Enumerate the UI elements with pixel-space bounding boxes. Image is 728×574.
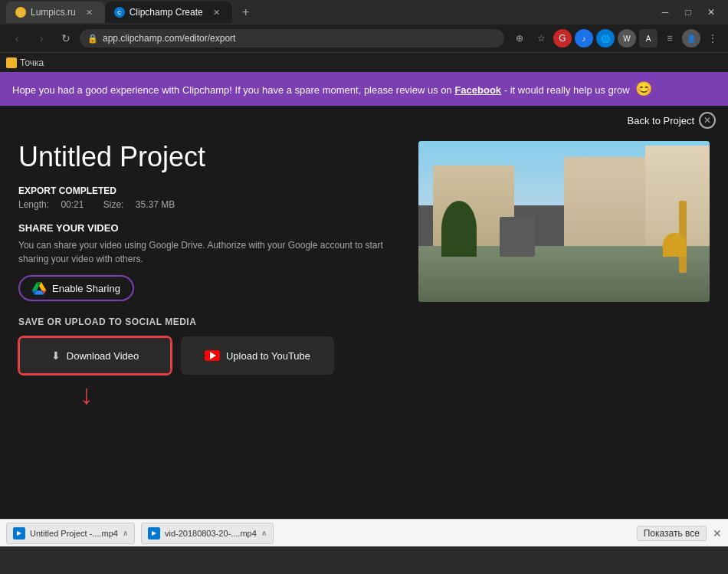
close-button[interactable]: ✕ <box>700 5 722 20</box>
thumb-pole-top <box>663 233 686 257</box>
export-status: EXPORT COMPLETED <box>18 185 403 196</box>
youtube-icon <box>205 350 220 361</box>
back-to-project-label: Back to Project <box>628 115 694 126</box>
lumpics-favicon: L <box>15 7 26 18</box>
upload-youtube-button[interactable]: Upload to YouTube <box>181 336 334 375</box>
bookmark-label: Точка <box>20 57 44 68</box>
feedback-banner: Hope you had a good experience with Clip… <box>0 72 728 106</box>
banner-text-before: Hope you had a good experience with Clip… <box>12 84 452 96</box>
video-thumbnail <box>418 141 710 302</box>
editor-topbar: Back to Project ✕ <box>0 106 728 135</box>
navigation-bar: ‹ › ↻ 🔒 app.clipchamp.com/editor/export … <box>0 25 728 52</box>
share-title: SHARE YOUR VIDEO <box>18 222 403 234</box>
length-label: Length: <box>18 199 49 210</box>
size-label: Size: <box>103 199 124 210</box>
tab-clipchamp[interactable]: C Clipchamp Create ✕ <box>105 2 232 23</box>
download-video-button[interactable]: ⬇ Download Video <box>18 336 172 375</box>
translate-icon[interactable]: ⊕ <box>510 29 529 48</box>
project-title: Untitled Project <box>18 135 403 173</box>
address-text: app.clipchamp.com/editor/export <box>103 33 497 44</box>
menu-icon[interactable]: ≡ <box>661 29 679 48</box>
bookmark-favicon <box>6 57 17 68</box>
tab-lumpics-label: Lumpics.ru <box>31 7 76 18</box>
enable-sharing-button[interactable]: Enable Sharing <box>18 275 134 301</box>
download-video-label: Download Video <box>67 350 139 362</box>
export-details: Length: 00:21 Size: 35.37 MB <box>18 199 403 210</box>
red-arrow-container: ↓ <box>18 375 403 408</box>
banner-emoji: 😊 <box>635 81 652 97</box>
download-item-chevron-2[interactable]: ∧ <box>261 529 267 537</box>
extension-icon-4[interactable]: W <box>618 29 636 48</box>
minimize-button[interactable]: ─ <box>654 5 676 20</box>
back-to-project[interactable]: Back to Project ✕ <box>628 112 716 129</box>
download-item-label-1: Untitled Project -....mp4 <box>30 529 118 538</box>
left-panel: Untitled Project EXPORT COMPLETED Length… <box>18 135 403 534</box>
download-item-label-2: vid-20180803-20-....mp4 <box>165 529 257 538</box>
extension-icon-1[interactable]: G <box>553 29 572 48</box>
window-controls: ─ □ ✕ <box>654 5 722 20</box>
profile-icon[interactable]: 👤 <box>682 29 700 48</box>
download-bar-close-icon[interactable]: ✕ <box>713 527 722 540</box>
extension-icon-3[interactable]: 🌐 <box>596 29 615 48</box>
content-layout: Untitled Project EXPORT COMPLETED Length… <box>0 135 728 546</box>
refresh-button[interactable]: ↻ <box>55 28 77 49</box>
bookmark-item[interactable]: Точка <box>6 57 44 68</box>
address-bar[interactable]: 🔒 app.clipchamp.com/editor/export <box>80 29 504 48</box>
bookmarks-bar: Точка <box>0 52 728 72</box>
action-buttons: ⬇ Download Video Upload to YouTube <box>18 336 403 375</box>
download-icon: ⬇ <box>51 349 61 362</box>
save-section-title: SAVE OR UPLOAD TO SOCIAL MEDIA <box>18 317 403 327</box>
download-item-1[interactable]: ▶ Untitled Project -....mp4 ∧ <box>6 523 135 544</box>
red-arrow-icon: ↓ <box>80 381 93 408</box>
extension-icon-2[interactable]: ♪ <box>575 29 593 48</box>
tab-clipchamp-label: Clipchamp Create <box>130 7 203 18</box>
download-bar-right: Показать все ✕ <box>637 526 722 541</box>
extension-icon-5[interactable]: A <box>639 29 657 48</box>
more-icon[interactable]: ⋮ <box>703 29 722 48</box>
clipchamp-favicon: C <box>114 7 125 18</box>
tab-strip: L Lumpics.ru ✕ C Clipchamp Create ✕ + <box>6 2 257 23</box>
lock-icon: 🔒 <box>87 34 98 44</box>
share-description: You can share your video using Google Dr… <box>18 238 403 266</box>
thumb-statue <box>500 217 535 257</box>
download-item-chevron-1[interactable]: ∧ <box>123 529 128 537</box>
show-all-button[interactable]: Показать все <box>637 526 707 541</box>
banner-text-after: - it would really help us grow <box>504 84 630 96</box>
download-bar: ▶ Untitled Project -....mp4 ∧ ▶ vid-2018… <box>0 519 728 546</box>
back-close-icon[interactable]: ✕ <box>699 112 716 129</box>
right-panel <box>418 135 710 534</box>
tab-lumpics-close[interactable]: ✕ <box>84 6 96 18</box>
download-item-2[interactable]: ▶ vid-20180803-20-....mp4 ∧ <box>141 523 274 544</box>
bookmark-star-icon[interactable]: ☆ <box>532 29 550 48</box>
download-item-icon-2: ▶ <box>148 527 160 540</box>
back-button[interactable]: ‹ <box>6 28 28 49</box>
tab-lumpics[interactable]: L Lumpics.ru ✕ <box>6 2 105 23</box>
banner-text: Hope you had a good experience with Clip… <box>12 80 716 97</box>
google-drive-icon <box>32 281 46 295</box>
thumb-tree <box>441 201 477 257</box>
enable-sharing-label: Enable Sharing <box>52 283 120 294</box>
editor-area: Back to Project ✕ Untitled Project EXPOR… <box>0 106 728 546</box>
maximize-button[interactable]: □ <box>677 5 699 20</box>
youtube-play-icon <box>210 352 216 359</box>
thumbnail-scene <box>418 141 710 302</box>
facebook-link[interactable]: Facebook <box>454 84 501 96</box>
download-item-icon-1: ▶ <box>13 527 25 540</box>
nav-icon-group: ⊕ ☆ G ♪ 🌐 W A ≡ 👤 ⋮ <box>510 29 722 48</box>
size-value: 35.37 MB <box>136 199 175 210</box>
upload-youtube-label: Upload to YouTube <box>226 350 310 362</box>
new-tab-button[interactable]: + <box>235 2 257 23</box>
tab-clipchamp-close[interactable]: ✕ <box>211 6 223 18</box>
title-bar: L Lumpics.ru ✕ C Clipchamp Create ✕ + ─ … <box>0 0 728 25</box>
length-value: 00:21 <box>61 199 84 210</box>
forward-button[interactable]: › <box>31 28 52 49</box>
